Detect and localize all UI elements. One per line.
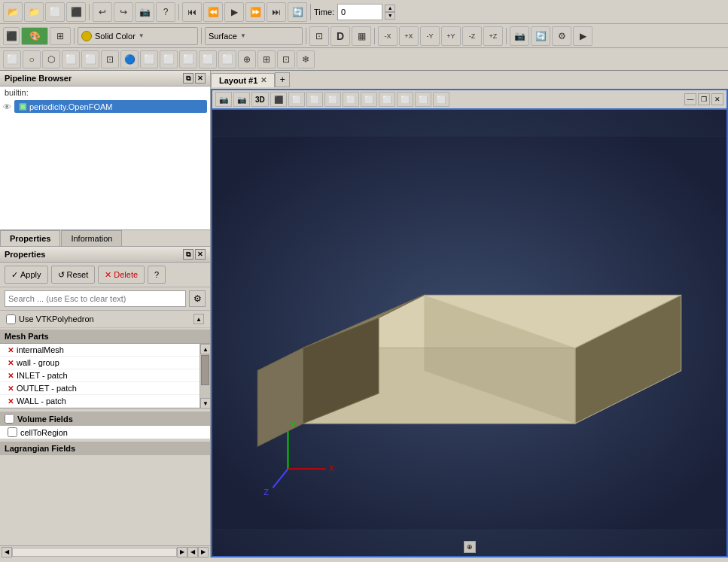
vp-btn-1[interactable]: 📷 xyxy=(215,92,232,107)
next-frame-btn[interactable]: ⏩ xyxy=(245,2,265,22)
x-pos-btn[interactable]: +X xyxy=(399,26,419,46)
loop-btn[interactable]: 🔄 xyxy=(288,2,307,22)
tab-information[interactable]: Information xyxy=(61,230,122,246)
vp-btn-10[interactable]: ⬜ xyxy=(397,92,413,107)
surface-dropdown[interactable]: Surface ▼ xyxy=(205,27,303,45)
vp-win-minimize[interactable]: — xyxy=(684,93,696,105)
color-dropdown[interactable]: Apply Solid Color ▼ xyxy=(78,27,198,45)
vp-btn-5[interactable]: ⬜ xyxy=(306,92,323,107)
tb3-btn2[interactable]: ○ xyxy=(23,50,41,68)
z-neg-btn[interactable]: -Z xyxy=(462,26,482,46)
search-input[interactable] xyxy=(5,290,186,307)
vp-btn-11[interactable]: ⬜ xyxy=(415,92,431,107)
tb3-btn13[interactable]: ⊕ xyxy=(238,50,256,68)
cell-to-region-check[interactable] xyxy=(8,427,17,437)
h-scroll-end-left[interactable]: ◀ xyxy=(187,547,198,557)
mesh-item-outlet[interactable]: ✕ OUTLET - patch xyxy=(0,382,200,395)
btn-4[interactable]: ⬛ xyxy=(66,2,86,22)
prev-frame-btn[interactable]: ⏪ xyxy=(203,2,223,22)
camera-orient-btn[interactable]: 📷 xyxy=(510,26,529,46)
vtk-polyhedron-check[interactable] xyxy=(6,314,16,324)
open-recent-btn[interactable]: 📁 xyxy=(24,2,44,22)
mesh-scroll-down[interactable]: ▼ xyxy=(200,398,210,409)
colorbar-btn[interactable]: ▦ xyxy=(352,26,371,46)
mesh-item-wall-patch[interactable]: ✕ WALL - patch xyxy=(0,395,200,408)
vp-btn-8[interactable]: ⬜ xyxy=(361,92,377,107)
vp-btn-6[interactable]: ⬜ xyxy=(324,92,341,107)
pipeline-close-btn[interactable]: ✕ xyxy=(195,73,206,84)
vp-btn-12[interactable]: ⬜ xyxy=(433,92,449,107)
volume-item-cell[interactable]: cellToRegion xyxy=(0,426,210,439)
help-btn[interactable]: ? xyxy=(156,2,175,22)
z-pos-btn[interactable]: +Z xyxy=(483,26,503,46)
y-pos-btn[interactable]: +Y xyxy=(441,26,461,46)
reset-button[interactable]: ↺ Reset xyxy=(51,266,96,284)
apply-button[interactable]: ✓ Apply xyxy=(5,266,48,284)
tb3-btn12[interactable]: ⬜ xyxy=(218,50,236,68)
pipeline-float-btn[interactable]: ⧉ xyxy=(183,73,193,84)
btn-7[interactable]: 📷 xyxy=(135,2,154,22)
mesh-item-inlet[interactable]: ✕ INLET - patch xyxy=(0,369,200,382)
vp-win-close[interactable]: ✕ xyxy=(711,93,723,105)
time-spin-down[interactable]: ▼ xyxy=(385,12,395,20)
mesh-scroll-thumb[interactable] xyxy=(201,355,209,385)
tab-properties[interactable]: Properties xyxy=(0,230,60,246)
vp-btn-9[interactable]: ⬜ xyxy=(379,92,395,107)
last-frame-btn[interactable]: ⏭ xyxy=(267,2,286,22)
vp-btn-3[interactable]: ⬛ xyxy=(270,92,287,107)
vp-btn-4[interactable]: ⬜ xyxy=(288,92,305,107)
props-float-btn[interactable]: ⧉ xyxy=(183,249,193,260)
redo-btn[interactable]: ↪ xyxy=(114,2,133,22)
time-spin-up[interactable]: ▲ xyxy=(385,5,395,12)
delete-button[interactable]: ✕ Delete xyxy=(98,266,145,284)
tb3-btn3[interactable]: ⬡ xyxy=(42,50,60,68)
vp-win-restore[interactable]: ❐ xyxy=(698,93,710,105)
tb3-btn6[interactable]: ⊡ xyxy=(101,50,119,68)
tb3-btn7[interactable]: 🔵 xyxy=(120,50,139,68)
more-btn[interactable]: ▶ xyxy=(573,26,592,46)
rotate-btn[interactable]: 🔄 xyxy=(531,26,550,46)
h-scroll-right[interactable]: ▶ xyxy=(177,547,187,557)
pipeline-file-item[interactable]: ▣ periodicity.OpenFOAM xyxy=(14,100,207,113)
undo-btn[interactable]: ↩ xyxy=(93,2,112,22)
tb3-btn14[interactable]: ⊞ xyxy=(257,50,276,68)
x-neg-btn[interactable]: -X xyxy=(378,26,398,46)
layout-btn[interactable]: ⊞ xyxy=(50,27,71,45)
help-props-button[interactable]: ? xyxy=(148,266,166,284)
settings-btn[interactable]: ⚙ xyxy=(552,26,571,46)
viewport-nav-icon[interactable]: ⊕ xyxy=(464,541,476,553)
tb3-btn5[interactable]: ⬜ xyxy=(81,50,99,68)
vp-btn-2[interactable]: 📷 xyxy=(233,92,250,107)
mesh-item-internal[interactable]: ✕ internalMesh xyxy=(0,344,200,357)
props-close-btn[interactable]: ✕ xyxy=(195,249,206,260)
play-btn[interactable]: ▶ xyxy=(224,2,244,22)
d-btn[interactable]: D xyxy=(330,26,350,46)
tb3-btn10[interactable]: ⬜ xyxy=(179,50,197,68)
btn-3[interactable]: ⬜ xyxy=(45,2,65,22)
mesh-scroll-up[interactable]: ▲ xyxy=(200,344,210,354)
y-neg-btn[interactable]: -Y xyxy=(420,26,440,46)
tb3-btn8[interactable]: ⬜ xyxy=(140,50,158,68)
vp-btn-7[interactable]: ⬜ xyxy=(343,92,359,107)
view-toggle-btn[interactable]: ⬛ xyxy=(3,27,20,45)
tb3-btn15[interactable]: ⊡ xyxy=(277,50,295,68)
viewport-tab-add[interactable]: + xyxy=(275,72,290,87)
time-input[interactable] xyxy=(337,4,382,20)
tb3-btn11[interactable]: ⬜ xyxy=(199,50,217,68)
h-scroll-end-right[interactable]: ▶ xyxy=(198,547,209,557)
h-scroll-track[interactable] xyxy=(12,548,177,557)
tb3-btn1[interactable]: ⬜ xyxy=(3,50,21,68)
viewport-tab-1[interactable]: Layout #1 ✕ xyxy=(211,73,275,87)
volume-fields-check[interactable] xyxy=(5,414,14,424)
h-scroll-left[interactable]: ◀ xyxy=(2,547,12,557)
tb3-btn16[interactable]: ❄ xyxy=(297,50,315,68)
search-gear-btn[interactable]: ⚙ xyxy=(189,290,206,307)
mesh-item-wall-group[interactable]: ✕ wall - group xyxy=(0,357,200,369)
viewport-tab-close[interactable]: ✕ xyxy=(260,76,267,84)
first-frame-btn[interactable]: ⏮ xyxy=(182,2,202,22)
scroll-up-arrow[interactable]: ▲ xyxy=(193,314,204,324)
open-file-btn[interactable]: 📂 xyxy=(3,2,23,22)
tb3-btn4[interactable]: ⬜ xyxy=(62,50,80,68)
viewport-canvas[interactable]: Y X Z ⊕ xyxy=(211,110,728,557)
color-palette-btn[interactable]: 🎨 xyxy=(21,27,48,45)
